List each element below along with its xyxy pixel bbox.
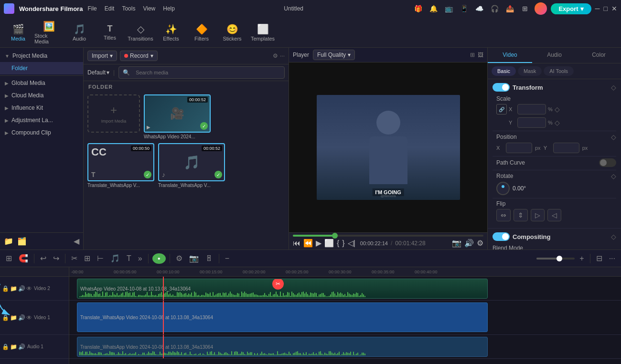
scale-link-icon[interactable]: 🔗 xyxy=(496,104,507,114)
share-icon[interactable]: 📤 xyxy=(504,3,515,14)
subtab-mask[interactable]: Mask xyxy=(518,66,542,76)
sidebar-item-global-media[interactable]: ▶ Global Media xyxy=(0,77,83,89)
filter-icon[interactable]: ⚙ xyxy=(273,52,278,59)
grid-icon[interactable]: ⊞ xyxy=(519,3,531,14)
quality-button[interactable]: Full Quality ▾ xyxy=(313,50,355,60)
add-folder-icon[interactable]: 📁 xyxy=(4,237,13,246)
scale-y-keyframe-icon[interactable]: ◇ xyxy=(555,119,560,126)
tl-crop-button[interactable]: ⊞ xyxy=(82,253,92,264)
tl-camera-button[interactable]: 📷 xyxy=(187,253,201,264)
tl-magnet-icon[interactable]: 🧲 xyxy=(17,253,30,264)
phone-icon[interactable]: 📱 xyxy=(458,3,470,14)
tool-media[interactable]: 🎬 Media xyxy=(4,19,32,46)
pos-x-input[interactable]: 0.00 xyxy=(506,143,532,153)
flip-horizontal-button[interactable]: ⇔ xyxy=(496,209,511,221)
tool-audio[interactable]: 🎵 Audio xyxy=(65,19,94,46)
subtab-ai-tools[interactable]: AI Tools xyxy=(544,66,574,76)
tool-stock-media[interactable]: 🖼️ Stock Media xyxy=(34,19,63,46)
menu-edit[interactable]: Edit xyxy=(105,5,115,12)
tl-lock-v2[interactable]: 🔒 xyxy=(2,285,9,292)
tl-text-button[interactable]: T xyxy=(125,253,133,264)
transform-keyframe-icon[interactable]: ◇ xyxy=(611,83,616,91)
scale-y-input[interactable]: 100.00 xyxy=(517,117,546,128)
tl-redo-button[interactable]: ↪ xyxy=(51,253,61,264)
menu-file[interactable]: File xyxy=(87,5,96,12)
tl-audio-button[interactable]: 🎵 xyxy=(108,253,122,264)
sidebar-item-project-media[interactable]: ▼ Project Media xyxy=(0,50,83,62)
path-curve-toggle[interactable] xyxy=(599,158,616,167)
cloud-icon[interactable]: ☁️ xyxy=(473,3,485,14)
tl-clip-video2[interactable]: WhatsApp Video 2024-10-08 at 10.13.08_34… xyxy=(77,279,488,299)
compositing-toggle[interactable] xyxy=(493,232,510,241)
tl-lock-v1[interactable]: 🔒 xyxy=(2,314,9,321)
stop-button[interactable]: ⬜ xyxy=(324,239,334,248)
tl-more2-button[interactable]: ··· xyxy=(607,253,617,264)
tl-undo-button[interactable]: ↩ xyxy=(38,253,48,264)
import-button[interactable]: Import ▾ xyxy=(87,51,117,61)
tl-audio-a1[interactable]: 🔊 xyxy=(18,343,25,350)
tl-folder-v1[interactable]: 📁 xyxy=(10,314,17,321)
rotate-keyframe-icon[interactable]: ◇ xyxy=(611,172,616,180)
export-button[interactable]: Export ▾ xyxy=(551,3,591,14)
mark-in-button[interactable]: { xyxy=(337,239,339,248)
sidebar-item-cloud-media[interactable]: ▶ Cloud Media xyxy=(0,89,83,102)
pos-y-input[interactable]: 0.00 xyxy=(553,143,579,153)
monitor-icon[interactable]: 📺 xyxy=(443,3,454,14)
transform-toggle[interactable] xyxy=(493,83,510,92)
snapshot-button[interactable]: 📷 xyxy=(452,239,461,248)
tl-split-button[interactable]: ⊢ xyxy=(95,253,106,264)
tl-clip-video1[interactable]: Translate_WhatsApp Video 2024-10-08 at 1… xyxy=(77,302,488,332)
tl-plus-button[interactable]: + xyxy=(578,253,586,264)
tl-more-button[interactable]: » xyxy=(136,253,144,264)
tl-cut-button[interactable]: ✂ xyxy=(69,253,79,264)
scale-x-keyframe-icon[interactable]: ◇ xyxy=(555,105,560,113)
gift-icon[interactable]: 🎁 xyxy=(412,3,424,14)
tl-lock-a1[interactable]: 🔒 xyxy=(2,343,9,350)
tl-folder-v2[interactable]: 📁 xyxy=(10,285,17,292)
progress-bar[interactable] xyxy=(293,235,483,237)
flip-option-1[interactable]: ▷ xyxy=(531,209,545,221)
media-thumb-1[interactable]: 🎥 00:00:52 ▶ ✓ xyxy=(144,94,211,133)
grid-view-icon[interactable]: ⊞ xyxy=(470,52,475,58)
collapse-sidebar-icon[interactable]: ◀ xyxy=(74,237,79,246)
sidebar-item-folder[interactable]: Folder xyxy=(0,62,83,74)
tl-settings-button[interactable]: ⚙ xyxy=(174,253,184,264)
compositing-keyframe-icon[interactable]: ◇ xyxy=(611,233,616,240)
settings-button[interactable]: ⚙ xyxy=(477,239,483,248)
tl-audio-v1[interactable]: 🔊 xyxy=(18,314,25,321)
remove-folder-icon[interactable]: 🗂️ xyxy=(17,237,27,246)
tool-templates[interactable]: ⬜ Templates xyxy=(248,19,277,46)
menu-view[interactable]: View xyxy=(143,5,155,12)
headphone-icon[interactable]: 🎧 xyxy=(489,3,500,14)
sidebar-item-compound-clip[interactable]: ▶ Compound Clip xyxy=(0,126,83,139)
minimize-button[interactable]: ─ xyxy=(595,5,600,12)
tool-titles[interactable]: T Titles xyxy=(96,19,124,46)
tl-record-button[interactable]: ● xyxy=(152,253,166,264)
search-input[interactable] xyxy=(132,68,280,77)
tab-video[interactable]: Video xyxy=(488,48,532,63)
flip-option-2[interactable]: ◁ xyxy=(547,209,561,221)
audio-toggle-button[interactable]: 🔊 xyxy=(464,239,474,248)
go-start-button[interactable]: ⏮ xyxy=(293,239,300,248)
tool-transitions[interactable]: ◇ Transitions xyxy=(126,19,155,46)
flip-vertical-button[interactable]: ⇕ xyxy=(514,209,528,221)
tl-audio-v2[interactable]: 🔊 xyxy=(18,285,25,292)
import-media-placeholder[interactable]: + Import Media xyxy=(87,94,140,133)
tl-group-icon[interactable]: ⊞ xyxy=(4,253,14,264)
media-thumb-audio[interactable]: 🎵 ♪ 00:00:52 ✓ xyxy=(158,143,225,181)
fullscreen-icon[interactable]: 🖼 xyxy=(478,52,483,58)
scale-x-input[interactable]: 100.00 xyxy=(517,104,546,114)
tool-effects[interactable]: ✨ Effects xyxy=(157,19,185,46)
tl-audio-mix-button[interactable]: 🎚 xyxy=(203,253,215,264)
close-button[interactable]: ✕ xyxy=(611,5,617,12)
tool-filters[interactable]: 🔶 Filters xyxy=(187,19,216,46)
tl-folder-a1[interactable]: 📁 xyxy=(10,343,17,350)
tl-layout-button[interactable]: ⊟ xyxy=(594,253,604,264)
maximize-button[interactable]: □ xyxy=(604,5,608,12)
media-thumb-cc[interactable]: CC T 00:00:50 ✓ xyxy=(87,143,154,181)
position-keyframe-icon[interactable]: ◇ xyxy=(611,133,616,141)
tab-audio[interactable]: Audio xyxy=(532,48,577,63)
more-options-icon[interactable]: ··· xyxy=(280,52,285,59)
play-button[interactable]: ▶ xyxy=(316,239,321,248)
record-button[interactable]: Record ▾ xyxy=(120,51,158,61)
